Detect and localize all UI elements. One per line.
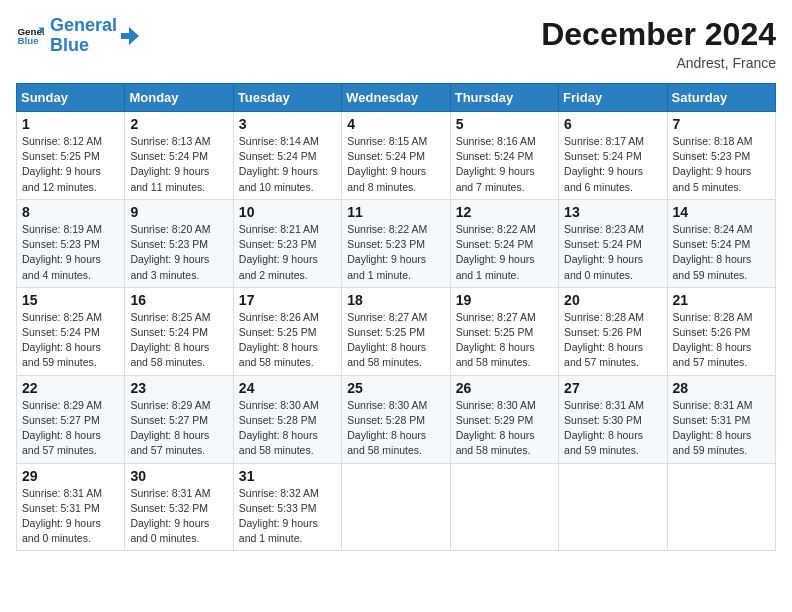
header-sunday: Sunday <box>17 84 125 112</box>
day-info: Sunrise: 8:13 AMSunset: 5:24 PMDaylight:… <box>130 134 227 195</box>
day-number: 19 <box>456 292 553 308</box>
calendar-cell <box>342 463 450 551</box>
calendar-cell: 12Sunrise: 8:22 AMSunset: 5:24 PMDayligh… <box>450 199 558 287</box>
calendar-week-row: 1Sunrise: 8:12 AMSunset: 5:25 PMDaylight… <box>17 112 776 200</box>
calendar-cell <box>559 463 667 551</box>
day-number: 14 <box>673 204 770 220</box>
calendar-table: SundayMondayTuesdayWednesdayThursdayFrid… <box>16 83 776 551</box>
day-number: 3 <box>239 116 336 132</box>
day-info: Sunrise: 8:15 AMSunset: 5:24 PMDaylight:… <box>347 134 444 195</box>
calendar-cell: 25Sunrise: 8:30 AMSunset: 5:28 PMDayligh… <box>342 375 450 463</box>
calendar-cell: 22Sunrise: 8:29 AMSunset: 5:27 PMDayligh… <box>17 375 125 463</box>
calendar-cell: 17Sunrise: 8:26 AMSunset: 5:25 PMDayligh… <box>233 287 341 375</box>
calendar-cell: 19Sunrise: 8:27 AMSunset: 5:25 PMDayligh… <box>450 287 558 375</box>
calendar-cell: 23Sunrise: 8:29 AMSunset: 5:27 PMDayligh… <box>125 375 233 463</box>
day-number: 27 <box>564 380 661 396</box>
day-number: 7 <box>673 116 770 132</box>
calendar-cell: 1Sunrise: 8:12 AMSunset: 5:25 PMDaylight… <box>17 112 125 200</box>
day-number: 10 <box>239 204 336 220</box>
day-info: Sunrise: 8:14 AMSunset: 5:24 PMDaylight:… <box>239 134 336 195</box>
logo: General Blue GeneralBlue <box>16 16 141 56</box>
day-info: Sunrise: 8:17 AMSunset: 5:24 PMDaylight:… <box>564 134 661 195</box>
day-info: Sunrise: 8:30 AMSunset: 5:28 PMDaylight:… <box>239 398 336 459</box>
day-number: 12 <box>456 204 553 220</box>
day-number: 20 <box>564 292 661 308</box>
calendar-cell: 10Sunrise: 8:21 AMSunset: 5:23 PMDayligh… <box>233 199 341 287</box>
header-tuesday: Tuesday <box>233 84 341 112</box>
day-number: 25 <box>347 380 444 396</box>
calendar-cell: 6Sunrise: 8:17 AMSunset: 5:24 PMDaylight… <box>559 112 667 200</box>
header-saturday: Saturday <box>667 84 775 112</box>
logo-text: GeneralBlue <box>50 16 117 56</box>
day-info: Sunrise: 8:24 AMSunset: 5:24 PMDaylight:… <box>673 222 770 283</box>
day-info: Sunrise: 8:31 AMSunset: 5:32 PMDaylight:… <box>130 486 227 547</box>
svg-marker-3 <box>121 27 139 45</box>
day-number: 4 <box>347 116 444 132</box>
calendar-cell: 11Sunrise: 8:22 AMSunset: 5:23 PMDayligh… <box>342 199 450 287</box>
day-info: Sunrise: 8:16 AMSunset: 5:24 PMDaylight:… <box>456 134 553 195</box>
calendar-cell <box>450 463 558 551</box>
calendar-cell: 31Sunrise: 8:32 AMSunset: 5:33 PMDayligh… <box>233 463 341 551</box>
logo-icon: General Blue <box>16 22 44 50</box>
day-info: Sunrise: 8:25 AMSunset: 5:24 PMDaylight:… <box>130 310 227 371</box>
day-number: 29 <box>22 468 119 484</box>
calendar-week-row: 29Sunrise: 8:31 AMSunset: 5:31 PMDayligh… <box>17 463 776 551</box>
header-wednesday: Wednesday <box>342 84 450 112</box>
calendar-week-row: 22Sunrise: 8:29 AMSunset: 5:27 PMDayligh… <box>17 375 776 463</box>
calendar-cell: 2Sunrise: 8:13 AMSunset: 5:24 PMDaylight… <box>125 112 233 200</box>
day-info: Sunrise: 8:27 AMSunset: 5:25 PMDaylight:… <box>347 310 444 371</box>
day-number: 18 <box>347 292 444 308</box>
calendar-week-row: 15Sunrise: 8:25 AMSunset: 5:24 PMDayligh… <box>17 287 776 375</box>
header-friday: Friday <box>559 84 667 112</box>
day-info: Sunrise: 8:12 AMSunset: 5:25 PMDaylight:… <box>22 134 119 195</box>
calendar-cell: 29Sunrise: 8:31 AMSunset: 5:31 PMDayligh… <box>17 463 125 551</box>
day-number: 22 <box>22 380 119 396</box>
day-info: Sunrise: 8:26 AMSunset: 5:25 PMDaylight:… <box>239 310 336 371</box>
location: Andrest, France <box>541 55 776 71</box>
calendar-cell: 3Sunrise: 8:14 AMSunset: 5:24 PMDaylight… <box>233 112 341 200</box>
calendar-cell <box>667 463 775 551</box>
day-number: 1 <box>22 116 119 132</box>
calendar-cell: 24Sunrise: 8:30 AMSunset: 5:28 PMDayligh… <box>233 375 341 463</box>
day-number: 15 <box>22 292 119 308</box>
day-info: Sunrise: 8:23 AMSunset: 5:24 PMDaylight:… <box>564 222 661 283</box>
page-header: General Blue GeneralBlue December 2024 A… <box>16 16 776 71</box>
day-number: 13 <box>564 204 661 220</box>
day-number: 28 <box>673 380 770 396</box>
day-number: 30 <box>130 468 227 484</box>
day-info: Sunrise: 8:22 AMSunset: 5:23 PMDaylight:… <box>347 222 444 283</box>
day-info: Sunrise: 8:30 AMSunset: 5:29 PMDaylight:… <box>456 398 553 459</box>
day-number: 11 <box>347 204 444 220</box>
day-number: 5 <box>456 116 553 132</box>
header-thursday: Thursday <box>450 84 558 112</box>
calendar-header-row: SundayMondayTuesdayWednesdayThursdayFrid… <box>17 84 776 112</box>
day-number: 31 <box>239 468 336 484</box>
calendar-cell: 4Sunrise: 8:15 AMSunset: 5:24 PMDaylight… <box>342 112 450 200</box>
day-info: Sunrise: 8:32 AMSunset: 5:33 PMDaylight:… <box>239 486 336 547</box>
day-info: Sunrise: 8:31 AMSunset: 5:31 PMDaylight:… <box>673 398 770 459</box>
calendar-cell: 15Sunrise: 8:25 AMSunset: 5:24 PMDayligh… <box>17 287 125 375</box>
day-info: Sunrise: 8:29 AMSunset: 5:27 PMDaylight:… <box>22 398 119 459</box>
calendar-cell: 9Sunrise: 8:20 AMSunset: 5:23 PMDaylight… <box>125 199 233 287</box>
calendar-cell: 26Sunrise: 8:30 AMSunset: 5:29 PMDayligh… <box>450 375 558 463</box>
day-info: Sunrise: 8:31 AMSunset: 5:31 PMDaylight:… <box>22 486 119 547</box>
day-info: Sunrise: 8:19 AMSunset: 5:23 PMDaylight:… <box>22 222 119 283</box>
month-title: December 2024 <box>541 16 776 53</box>
day-info: Sunrise: 8:20 AMSunset: 5:23 PMDaylight:… <box>130 222 227 283</box>
calendar-cell: 30Sunrise: 8:31 AMSunset: 5:32 PMDayligh… <box>125 463 233 551</box>
calendar-cell: 8Sunrise: 8:19 AMSunset: 5:23 PMDaylight… <box>17 199 125 287</box>
calendar-cell: 13Sunrise: 8:23 AMSunset: 5:24 PMDayligh… <box>559 199 667 287</box>
day-info: Sunrise: 8:18 AMSunset: 5:23 PMDaylight:… <box>673 134 770 195</box>
day-number: 17 <box>239 292 336 308</box>
day-number: 16 <box>130 292 227 308</box>
day-info: Sunrise: 8:28 AMSunset: 5:26 PMDaylight:… <box>564 310 661 371</box>
calendar-cell: 7Sunrise: 8:18 AMSunset: 5:23 PMDaylight… <box>667 112 775 200</box>
day-info: Sunrise: 8:28 AMSunset: 5:26 PMDaylight:… <box>673 310 770 371</box>
calendar-cell: 27Sunrise: 8:31 AMSunset: 5:30 PMDayligh… <box>559 375 667 463</box>
day-number: 23 <box>130 380 227 396</box>
day-info: Sunrise: 8:27 AMSunset: 5:25 PMDaylight:… <box>456 310 553 371</box>
svg-text:Blue: Blue <box>17 35 39 46</box>
day-number: 8 <box>22 204 119 220</box>
calendar-cell: 18Sunrise: 8:27 AMSunset: 5:25 PMDayligh… <box>342 287 450 375</box>
day-number: 9 <box>130 204 227 220</box>
